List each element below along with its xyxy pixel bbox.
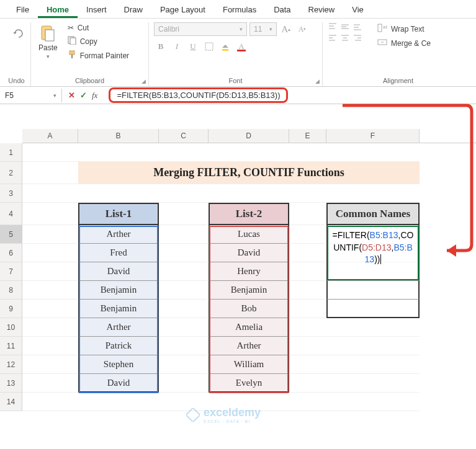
shrink-font-button[interactable]: A▾ — [295, 22, 309, 36]
col-header[interactable]: B — [78, 129, 159, 143]
cell[interactable] — [22, 184, 78, 203]
cell[interactable] — [289, 300, 326, 318]
cell[interactable] — [22, 244, 78, 262]
cell[interactable] — [159, 143, 209, 162]
col-header[interactable]: D — [209, 129, 289, 143]
grow-font-button[interactable]: A▴ — [279, 22, 293, 36]
list1-cell[interactable]: Benjamin — [78, 300, 159, 318]
copy-button[interactable]: Copy — [65, 35, 132, 48]
cell[interactable] — [78, 393, 159, 411]
cell[interactable] — [289, 318, 326, 337]
cell[interactable] — [209, 143, 289, 162]
cell[interactable] — [159, 225, 209, 244]
dialog-launcher-icon[interactable]: ◢ — [141, 78, 146, 84]
cell[interactable] — [326, 393, 420, 411]
common-cell[interactable] — [326, 262, 420, 281]
italic-button[interactable]: I — [170, 40, 184, 53]
formula-input[interactable]: =FILTER(B5:B13,COUNTIF(D5:D13,B5:B13)) — [104, 85, 476, 105]
cell[interactable] — [326, 374, 420, 393]
row-header[interactable]: 4 — [0, 203, 22, 225]
cell[interactable] — [209, 184, 289, 203]
cell[interactable] — [22, 374, 78, 393]
common-cell[interactable] — [326, 244, 420, 262]
cell[interactable] — [22, 143, 78, 162]
row-header[interactable]: 6 — [0, 244, 22, 262]
cell[interactable] — [289, 281, 326, 300]
cell[interactable] — [22, 262, 78, 281]
list1-cell[interactable]: Benjamin — [78, 281, 159, 300]
tab-draw[interactable]: Draw — [115, 2, 151, 18]
list2-cell[interactable]: Evelyn — [209, 374, 289, 393]
cell[interactable] — [289, 244, 326, 262]
fx-icon[interactable]: fx — [92, 91, 97, 100]
cell[interactable] — [289, 203, 326, 225]
bold-button[interactable]: B — [154, 40, 168, 53]
list1-cell[interactable]: Stephen — [78, 355, 159, 374]
cell[interactable] — [22, 162, 78, 184]
underline-button[interactable]: U — [186, 40, 200, 53]
cell[interactable] — [289, 374, 326, 393]
common-cell[interactable] — [326, 281, 420, 300]
row-header[interactable]: 12 — [0, 355, 22, 374]
list1-cell[interactable]: Arther — [78, 225, 159, 244]
cell[interactable] — [326, 184, 420, 203]
col-header[interactable]: E — [289, 129, 326, 143]
cell[interactable] — [159, 244, 209, 262]
tab-view[interactable]: Vie — [343, 2, 372, 18]
cell[interactable] — [22, 337, 78, 355]
cell[interactable] — [159, 184, 209, 203]
cell[interactable] — [289, 143, 326, 162]
cell[interactable] — [22, 281, 78, 300]
cell[interactable] — [159, 374, 209, 393]
cell[interactable] — [289, 355, 326, 374]
cell[interactable] — [159, 355, 209, 374]
cell[interactable] — [326, 318, 420, 337]
tab-insert[interactable]: Insert — [78, 2, 115, 18]
name-box[interactable]: F5▾ — [0, 89, 62, 102]
list2-cell[interactable]: Amelia — [209, 318, 289, 337]
row-header[interactable]: 9 — [0, 300, 22, 318]
row-header[interactable]: 11 — [0, 337, 22, 355]
common-header[interactable]: Common Names — [326, 203, 420, 225]
cell[interactable] — [22, 225, 78, 244]
cell[interactable] — [289, 184, 326, 203]
list1-cell[interactable]: David — [78, 374, 159, 393]
border-button[interactable] — [202, 40, 216, 53]
align-left-button[interactable] — [328, 33, 339, 43]
list1-cell[interactable]: David — [78, 262, 159, 281]
list1-cell[interactable]: Patrick — [78, 337, 159, 355]
cell[interactable] — [289, 262, 326, 281]
cell[interactable] — [326, 355, 420, 374]
row-header[interactable]: 14 — [0, 393, 22, 411]
tab-home[interactable]: Home — [38, 2, 78, 18]
undo-button[interactable] — [7, 22, 30, 45]
tab-formulas[interactable]: Formulas — [214, 2, 265, 18]
col-header[interactable]: F — [326, 129, 420, 143]
font-name-select[interactable]: Calibri▾ — [154, 22, 247, 36]
enter-icon[interactable]: ✓ — [80, 91, 87, 100]
row-header[interactable]: 7 — [0, 262, 22, 281]
font-size-select[interactable]: 11▾ — [249, 22, 277, 36]
format-painter-button[interactable]: Format Painter — [65, 49, 132, 62]
row-header[interactable]: 2 — [0, 162, 22, 184]
col-header[interactable]: A — [22, 129, 78, 143]
list2-cell[interactable]: Lucas — [209, 225, 289, 244]
list2-cell[interactable]: Benjamin — [209, 281, 289, 300]
tab-file[interactable]: File — [7, 2, 38, 18]
title-banner[interactable]: Merging FILTER, COUNTIF Functions — [78, 162, 420, 184]
wrap-text-button[interactable]: ab Wrap Text — [375, 22, 433, 35]
list2-cell[interactable]: David — [209, 244, 289, 262]
cell[interactable] — [78, 143, 159, 162]
dialog-launcher-icon[interactable]: ◢ — [315, 78, 320, 84]
cell[interactable] — [289, 225, 326, 244]
cell[interactable] — [159, 281, 209, 300]
align-center-button[interactable] — [340, 33, 351, 43]
cell[interactable] — [326, 337, 420, 355]
cell[interactable] — [22, 318, 78, 337]
cell[interactable] — [159, 262, 209, 281]
merge-center-button[interactable]: Merge & Ce — [375, 37, 433, 50]
align-bottom-button[interactable] — [353, 22, 364, 32]
cell[interactable] — [22, 393, 78, 411]
font-color-button[interactable]: A — [235, 40, 248, 53]
cut-button[interactable]: ✂ Cut — [65, 22, 132, 33]
